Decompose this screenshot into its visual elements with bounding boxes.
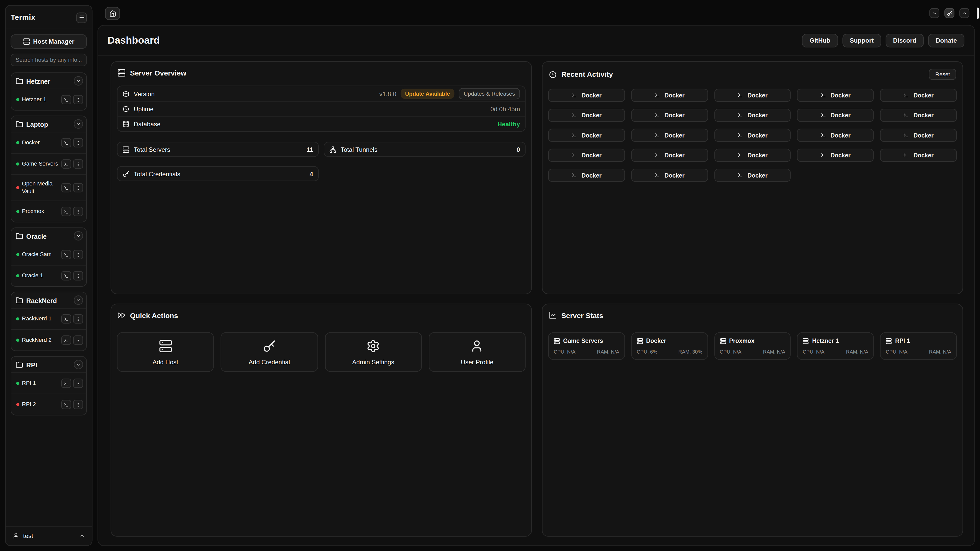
host-group-header[interactable]: RackNerd [11,292,86,308]
host-terminal-button[interactable] [61,159,71,168]
recent-activity-item[interactable]: Docker [548,89,625,102]
host-row[interactable]: Open Media Vault [11,174,86,201]
host-menu-button[interactable] [73,272,83,281]
host-menu-button[interactable] [73,207,83,217]
recent-activity-item[interactable]: Docker [714,129,791,141]
recent-activity-item[interactable]: Docker [797,109,874,122]
host-menu-button[interactable] [73,250,83,260]
host-actions [61,183,83,192]
host-terminal-button[interactable] [61,314,71,324]
recent-activity-item[interactable]: Docker [714,149,791,162]
host-row[interactable]: Proxmox [11,201,86,222]
recent-activity-item[interactable]: Docker [797,129,874,141]
host-terminal-button[interactable] [61,336,71,345]
recent-activity-item[interactable]: Docker [880,129,957,141]
tab-home[interactable] [105,6,120,20]
host-search-input[interactable] [11,54,87,66]
server-stat-tile: Hetzner 1 CPU: N/A RAM: N/A [797,332,874,360]
add-host-button[interactable]: Add Host [117,332,214,372]
host-terminal-button[interactable] [61,207,71,217]
recent-activity-item[interactable]: Docker [548,109,625,122]
header-link-button[interactable]: Donate [928,33,964,47]
recent-activity-item[interactable]: Docker [880,89,957,102]
stat-label: Total Servers [134,146,170,153]
host-menu-button[interactable] [73,314,83,324]
recent-activity-item[interactable]: Docker [631,109,708,122]
group-collapse-button[interactable] [74,76,83,86]
user-profile-button[interactable]: User Profile [428,332,525,372]
host-terminal-button[interactable] [61,250,71,260]
host-row[interactable]: Oracle 1 [11,265,86,286]
app-root: Termix Host Manager Hetzner [0,0,980,551]
host-menu-button[interactable] [73,400,83,410]
host-terminal-button[interactable] [61,138,71,148]
header-link-button[interactable]: GitHub [802,33,838,47]
user-menu-toggle-button[interactable] [80,533,85,538]
admin-settings-button[interactable]: Admin Settings [325,332,422,372]
host-menu-button[interactable] [73,336,83,345]
sidebar-menu-button[interactable] [76,12,87,23]
group-collapse-button[interactable] [74,231,83,241]
recent-activity-item[interactable]: Docker [797,149,874,162]
scrollbar-thumb[interactable] [977,7,979,19]
kebab-menu-icon [76,162,81,167]
recent-activity-grid: Docker Docker Docker [548,89,957,182]
group-collapse-button[interactable] [74,360,83,370]
recent-activity-item[interactable]: Docker [714,109,791,122]
recent-activity-item[interactable]: Docker [714,89,791,102]
sidebar-user-row[interactable]: test [6,526,92,540]
host-row[interactable]: Game Servers [11,153,86,174]
recent-activity-item[interactable]: Docker [880,109,957,122]
host-row[interactable]: RPI 2 [11,394,86,415]
add-credential-button[interactable]: Add Credential [221,332,318,372]
header-link-button[interactable]: Support [842,33,881,47]
tabbar-key-button[interactable] [944,8,954,18]
host-group-header[interactable]: Hetzner [11,73,86,89]
recent-activity-item[interactable]: Docker [880,149,957,162]
recent-activity-item[interactable]: Docker [631,89,708,102]
host-group-header[interactable]: RPI [11,357,86,372]
updates-releases-button[interactable]: Updates & Releases [458,88,520,99]
group-collapse-button[interactable] [74,119,83,129]
terminal-icon [571,113,577,118]
activity-item-label: Docker [830,112,851,119]
host-terminal-button[interactable] [61,183,71,192]
status-dot [16,275,19,278]
host-row[interactable]: Hetzner 1 [11,89,86,110]
host-terminal-button[interactable] [61,95,71,104]
recent-activity-item[interactable]: Docker [631,129,708,141]
recent-activity-item[interactable]: Docker [548,129,625,141]
host-row[interactable]: Docker [11,132,86,153]
recent-activity-item[interactable]: Docker [631,149,708,162]
group-collapse-button[interactable] [74,295,83,305]
server-stat-metrics: CPU: N/A RAM: N/A [886,349,951,355]
host-menu-button[interactable] [73,159,83,168]
recent-activity-item[interactable]: Docker [797,89,874,102]
host-row[interactable]: Oracle Sam [11,244,86,265]
activity-item-label: Docker [581,112,601,119]
host-menu-button[interactable] [73,95,83,104]
host-group-header[interactable]: Oracle [11,228,86,244]
chevron-up-icon [80,533,85,538]
host-row[interactable]: RackNerd 1 [11,308,86,329]
header-link-button[interactable]: Discord [886,33,924,47]
recent-activity-item[interactable]: Docker [714,168,791,182]
folder-icon [16,120,23,127]
recent-activity-item[interactable]: Docker [548,149,625,162]
host-manager-button[interactable]: Host Manager [11,35,87,49]
host-menu-button[interactable] [73,138,83,148]
reset-button[interactable]: Reset [929,68,956,80]
host-terminal-button[interactable] [61,400,71,410]
tabbar-chevron-down-button[interactable] [929,8,939,18]
host-row[interactable]: RPI 1 [11,373,86,394]
host-group-header[interactable]: Laptop [11,116,86,132]
host-menu-button[interactable] [73,379,83,388]
recent-activity-item[interactable]: Docker [548,168,625,182]
recent-activity-item[interactable]: Docker [631,168,708,182]
tabbar-chevron-up-button[interactable] [959,8,969,18]
host-menu-button[interactable] [73,183,83,192]
host-terminal-button[interactable] [61,379,71,388]
stat-label: Total Credentials [134,170,180,177]
host-row[interactable]: RackNerd 2 [11,330,86,351]
host-terminal-button[interactable] [61,272,71,281]
